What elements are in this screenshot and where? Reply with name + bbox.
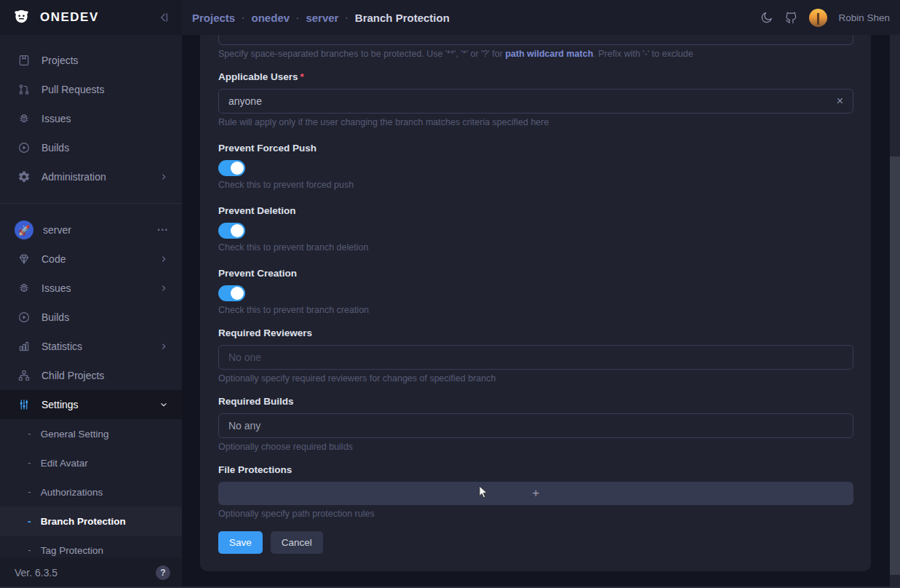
help-icon[interactable]: ? [156,565,170,580]
file-protections-label: File Protections [218,464,853,476]
prevent-deletion-toggle[interactable] [218,223,245,239]
hint-text: . Prefix with '-' to exclude [593,49,693,59]
sidebar-footer: Ver. 6.3.5 ? [0,557,182,588]
sidebar-item-label: Administration [41,171,106,183]
sidebar: ONEDEV Projects Pull Requests Issues Bui… [0,0,182,588]
prevent-creation-toggle[interactable] [218,285,245,301]
prevent-creation-label: Prevent Creation [218,268,853,279]
sidebar-item-administration[interactable]: Administration [0,162,182,191]
sidebar-item-project-issues[interactable]: Issues [0,274,182,303]
chevron-down-icon [159,400,169,410]
breadcrumb: Projects · onedev · server · Branch Prot… [192,12,450,24]
subitem-dash: - [28,428,31,440]
user-name[interactable]: Robin Shen [838,12,890,23]
chevron-right-icon [159,341,169,351]
prevent-creation-hint: Check this to prevent branch creation [218,305,853,316]
more-options-icon[interactable]: ••• [158,226,169,234]
plus-icon: + [533,486,540,501]
projects-icon [17,54,31,67]
breadcrumb-separator: · [296,12,299,23]
chevron-right-icon [159,254,169,264]
sidebar-item-project-builds[interactable]: Builds [0,303,182,332]
project-name: server [43,224,71,236]
required-reviewers-input[interactable] [218,345,853,370]
sidebar-item-label: Settings [41,399,79,410]
required-reviewers-hint: Optionally specify required reviewers fo… [218,373,853,384]
play-circle-icon [17,141,31,154]
hint-text: Specify space-separated branches to be p… [218,49,505,59]
sidebar-item-child-projects[interactable]: Child Projects [0,361,182,390]
sidebar-item-label: Pull Requests [41,84,104,95]
sidebar-item-issues[interactable]: Issues [0,104,182,133]
sidebar-item-label: Issues [41,282,71,294]
sidebar-header: ONEDEV [0,0,182,35]
sidebar-item-code[interactable]: Code [0,245,182,274]
subitem-dash: - [28,544,31,556]
sidebar-item-settings[interactable]: Settings [0,390,182,419]
required-builds-label: Required Builds [218,396,853,408]
onedev-logo-icon[interactable] [12,8,31,28]
prevent-forced-push-hint: Check this to prevent forced push [218,180,853,191]
user-avatar[interactable] [809,9,827,27]
chevron-right-icon [159,283,169,293]
applicable-users-label: Applicable Users* [218,71,853,83]
breadcrumb-onedev[interactable]: onedev [252,12,290,24]
breadcrumb-server[interactable]: server [306,12,338,24]
prevent-forced-push-toggle[interactable] [218,160,245,176]
add-file-protection-button[interactable]: + [218,482,853,505]
sidebar-item-label: Builds [41,142,69,154]
chevron-right-icon [159,172,169,182]
sidebar-item-pull-requests[interactable]: Pull Requests [0,75,182,104]
sidebar-item-label: Child Projects [41,370,104,381]
sidebar-item-projects[interactable]: Projects [0,46,182,75]
scrollbar-thumb[interactable] [890,156,900,575]
sidebar-item-label: Statistics [41,341,82,352]
subitem-dash: - [28,486,31,498]
breadcrumb-separator: · [345,12,348,23]
sidebar-subitem-edit-avatar[interactable]: - Edit Avatar [0,448,182,477]
subitem-label: Branch Protection [41,516,126,527]
sidebar-item-label: Code [41,253,65,265]
gear-icon [17,170,31,183]
dark-mode-moon-icon[interactable] [760,11,773,25]
sidebar-item-builds[interactable]: Builds [0,133,182,162]
subitem-label: Tag Protection [41,545,103,556]
brand-name: ONEDEV [40,10,156,25]
applicable-users-input[interactable]: anyone × [218,89,853,114]
sidebar-subitem-branch-protection[interactable]: - Branch Protection [0,506,182,536]
bug-icon [17,282,31,295]
applicable-users-hint: Rule will apply only if the user changin… [218,117,853,128]
branches-input-cutoff[interactable] [218,35,853,45]
applicable-users-value: anyone [228,95,837,107]
topbar-actions: Robin Shen [760,9,890,27]
sliders-icon [17,398,31,411]
sidebar-item-statistics[interactable]: Statistics [0,332,182,361]
subitem-label: Authorizations [41,487,103,498]
form-actions: Save Cancel [218,531,853,554]
hierarchy-icon [17,369,31,382]
sidebar-subitem-authorizations[interactable]: - Authorizations [0,477,182,506]
required-builds-hint: Optionally choose required builds [218,442,853,453]
onedev-app: ONEDEV Projects Pull Requests Issues Bui… [0,0,900,588]
path-wildcard-link[interactable]: path wildcard match [505,49,593,59]
current-project-row[interactable]: 🚀 server ••• [0,215,182,245]
required-builds-input[interactable] [218,413,853,438]
github-icon[interactable] [784,11,798,25]
pull-request-icon [17,83,31,96]
prevent-deletion-label: Prevent Deletion [218,205,853,217]
breadcrumb-projects[interactable]: Projects [192,12,235,24]
sidebar-collapse-icon[interactable] [156,9,172,25]
prevent-forced-push-label: Prevent Forced Push [218,143,853,154]
prevent-deletion-hint: Check this to prevent branch deletion [218,242,853,253]
topbar: Projects · onedev · server · Branch Prot… [182,0,900,35]
clear-icon[interactable]: × [837,95,843,107]
play-circle-icon [17,311,31,324]
cancel-button[interactable]: Cancel [271,531,323,554]
project-avatar: 🚀 [15,220,33,239]
sidebar-subitem-general-setting[interactable]: - General Setting [0,419,182,448]
save-button[interactable]: Save [218,531,263,554]
file-protections-hint: Optionally specify path protection rules [218,509,853,520]
page-title: Branch Protection [355,12,450,24]
bar-chart-icon [17,340,31,353]
required-reviewers-label: Required Reviewers [218,327,853,339]
